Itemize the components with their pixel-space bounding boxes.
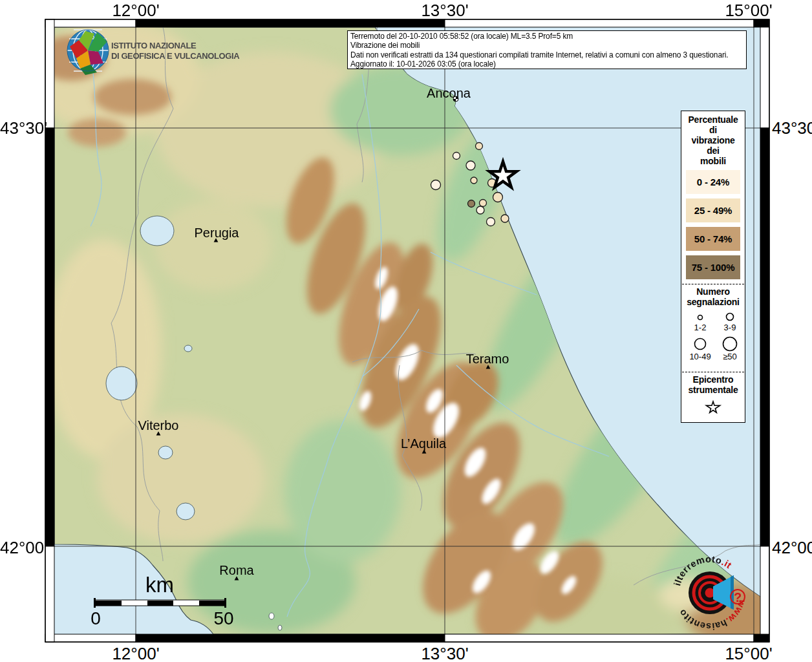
size-legend-label: 1-2 (694, 323, 707, 332)
observation-circle (466, 161, 475, 170)
legend-title-line: dei (681, 145, 745, 156)
crater-lake (269, 613, 274, 619)
observation-circle (468, 200, 475, 208)
legend-title-line: mobili (681, 156, 745, 166)
ingv-name-line2: DI GEOFISICA E VULCANOLOGIA (111, 51, 240, 61)
legend-title-line: di (681, 125, 745, 135)
size-legend-circle (698, 315, 703, 320)
observation-circle (453, 153, 460, 160)
legend-title-line: segnalazioni (681, 297, 745, 307)
observation-circle (431, 180, 441, 190)
info-line-event: Terremoto del 20-10-2010 05:58:52 (ora l… (350, 32, 743, 41)
observation-circle (476, 143, 483, 150)
scale-bar-start: 0 (91, 608, 101, 628)
axis-label-top-12: 12°00' (112, 1, 159, 21)
info-line-source: Dati non verificati estratti da 134 ques… (350, 50, 743, 59)
observation-circle (487, 218, 495, 226)
axis-label-top-15: 15°00' (725, 1, 772, 21)
lake-trasimeno (140, 216, 174, 246)
city-label-perugia: Perugia (195, 226, 240, 240)
legend-title-line: Epicentro (681, 374, 745, 385)
observation-circle (493, 193, 503, 202)
map-page: AnconaPerugiaViterboTeramoL’AquilaRoma I… (0, 0, 812, 662)
legend-title-line: Numero (681, 286, 745, 297)
vibration-swatches: 0 - 24%25 - 49%50 - 74%75 - 100% (681, 166, 745, 279)
size-legend-label: 10-49 (689, 352, 710, 361)
city-label-teramo: Teramo (466, 352, 509, 366)
reports-size-circles: 1-23-910-49≥50 (682, 307, 744, 368)
size-legend-label: ≥50 (723, 352, 737, 361)
epicenter-legend-title: Epicentrostrumentale (681, 372, 745, 395)
observation-circle (471, 177, 477, 184)
axis-label-top-1330: 13°30' (421, 1, 468, 21)
vibration-legend-title: Percentualedivibrazionedeimobili (681, 111, 745, 166)
observation-circle (501, 215, 509, 222)
epicenter-legend-star (682, 395, 744, 418)
earthquake-info-box: Terremoto del 20-10-2010 05:58:52 (ora l… (347, 30, 747, 69)
city-label-ancona: Ancona (427, 86, 471, 100)
city-marker-quartered (453, 96, 458, 101)
lake-vico (158, 446, 173, 459)
legend-swatch: 75 - 100% (686, 255, 740, 279)
lake-bracciano (176, 503, 195, 520)
lake-bolsena (106, 367, 137, 400)
legend-swatch: 25 - 49% (686, 198, 740, 222)
map-terrain (32, 19, 789, 655)
reports-legend-title: Numerosegnalazioni (681, 284, 745, 307)
small-lake (184, 345, 192, 352)
size-legend-circle (723, 337, 737, 351)
legend-title-line: vibrazione (681, 135, 745, 145)
legend-swatch: 50 - 74% (686, 227, 740, 251)
legend-title-line: Percentuale (681, 114, 745, 125)
info-line-updated: Aggiornato il: 10-01-2026 03:05 (ora loc… (350, 59, 743, 69)
legend-title-line: strumentale (681, 385, 745, 395)
axis-label-left-4330: 43°30' (0, 118, 43, 138)
city-label-roma: Roma (219, 563, 254, 577)
ingv-name-line1: ISTITUTO NAZIONALE (111, 41, 197, 50)
city-label-viterbo: Viterbo (138, 418, 178, 432)
axis-label-bottom-15: 15°00' (725, 644, 772, 662)
axis-label-right-4330: 43°30' (772, 118, 812, 138)
axis-label-bottom-1330: 13°30' (421, 644, 468, 662)
size-legend-circle (695, 339, 706, 350)
epicenter-star-glyph (706, 401, 720, 412)
info-line-question: Vibrazione dei mobili (350, 41, 743, 50)
axis-label-bottom-12: 12°00' (112, 644, 159, 662)
axis-label-left-42: 42°00' (0, 538, 43, 558)
legend-panel: Percentualedivibrazionedeimobili 0 - 24%… (681, 111, 745, 423)
legend-swatch: 0 - 24% (686, 170, 740, 194)
size-legend-circle (727, 314, 734, 321)
axis-label-right-42: 42°00' (772, 538, 812, 558)
scale-bar-unit: km (145, 573, 174, 597)
scale-bar-end: 50 (213, 608, 233, 628)
observation-circle (476, 206, 484, 214)
crater-lake (278, 625, 282, 630)
size-legend-label: 3-9 (724, 323, 736, 332)
observation-circle (480, 200, 487, 207)
city-label-laquila: L’Aquila (401, 436, 447, 451)
